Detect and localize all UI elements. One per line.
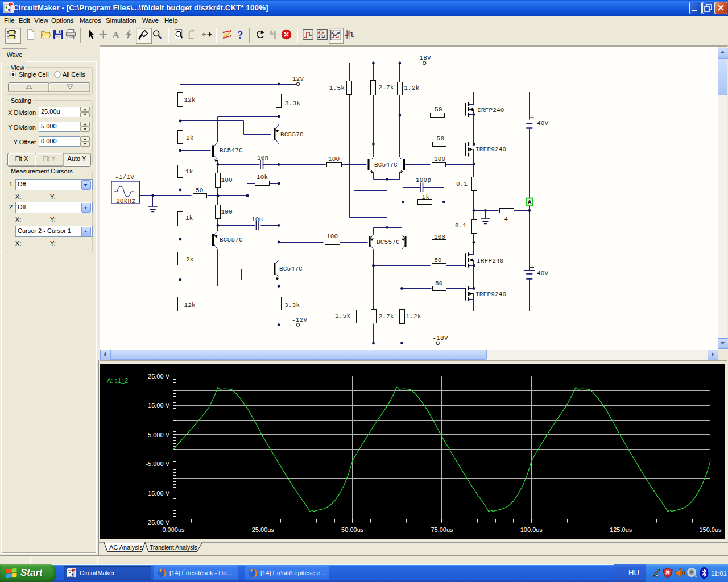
svg-text:1k: 1k (185, 215, 193, 222)
svg-text:150.0us: 150.0us (699, 526, 722, 533)
svg-text:50: 50 (434, 257, 442, 264)
svg-text:50: 50 (437, 135, 445, 142)
svg-text:IRFP240: IRFP240 (477, 257, 504, 264)
svg-text:IRFP9240: IRFP9240 (475, 291, 506, 298)
svg-text:11:01: 11:01 (711, 570, 727, 577)
svg-text:18V: 18V (420, 55, 432, 61)
svg-text:?: ? (238, 29, 243, 41)
svg-text:40V: 40V (537, 120, 549, 127)
svg-text:-25.00 V: -25.00 V (146, 519, 169, 526)
svg-text:IRFP240: IRFP240 (477, 107, 504, 114)
svg-text:100: 100 (221, 209, 233, 215)
svg-text:0.1: 0.1 (456, 181, 468, 188)
svg-text:12k: 12k (184, 97, 196, 103)
svg-text:25.00us: 25.00us (252, 526, 275, 533)
svg-text:12k: 12k (184, 302, 196, 309)
svg-text:100: 100 (434, 156, 445, 163)
svg-text:10n: 10n (251, 216, 263, 223)
svg-text:5.000 V: 5.000 V (148, 431, 170, 438)
svg-text:-5.000 V: -5.000 V (146, 460, 169, 467)
svg-text:Transient Analysis: Transient Analysis (150, 544, 197, 551)
svg-text:100.0us: 100.0us (520, 526, 543, 533)
svg-text:1k: 1k (422, 194, 430, 201)
svg-text:0.1: 0.1 (455, 222, 467, 229)
svg-text:AC Analysis: AC Analysis (109, 544, 143, 551)
svg-text:-15.00 V: -15.00 V (146, 490, 169, 497)
svg-text:1.2k: 1.2k (404, 85, 419, 92)
svg-text:20kHz: 20kHz (116, 198, 135, 205)
svg-text:BC557C: BC557C (220, 236, 243, 243)
svg-text:1k: 1k (185, 168, 193, 175)
svg-text:50: 50 (196, 187, 204, 194)
svg-text:BC547C: BC547C (374, 161, 398, 168)
svg-text:100: 100 (326, 233, 338, 240)
svg-text:A: A (112, 29, 119, 40)
svg-text:25.00 V: 25.00 V (148, 373, 170, 380)
svg-text:2.7k: 2.7k (379, 84, 394, 91)
svg-text:50: 50 (435, 106, 442, 113)
svg-text:40V: 40V (537, 270, 549, 277)
svg-text:-1/1V: -1/1V (115, 174, 134, 181)
svg-text:BC547C: BC547C (279, 265, 303, 272)
svg-text:4: 4 (504, 216, 508, 223)
svg-text:10k: 10k (257, 174, 268, 181)
svg-text:1.2k: 1.2k (406, 313, 421, 320)
svg-text:1.5k: 1.5k (329, 85, 345, 92)
svg-text:BC557C: BC557C (377, 239, 400, 246)
svg-text:75.00us: 75.00us (431, 526, 453, 533)
svg-text:125.0us: 125.0us (610, 526, 632, 533)
svg-text:IRFP9240: IRFP9240 (475, 146, 506, 153)
svg-text:100: 100 (221, 177, 233, 184)
svg-text:2.7k: 2.7k (379, 313, 394, 320)
svg-text:100: 100 (434, 234, 445, 240)
svg-text:A: A (528, 199, 532, 206)
svg-text:50.00us: 50.00us (341, 526, 364, 533)
svg-text:10n: 10n (257, 155, 268, 161)
svg-text:-12V: -12V (292, 317, 307, 323)
svg-text:2k: 2k (186, 256, 194, 263)
svg-text:100: 100 (328, 156, 340, 163)
svg-text:A: c1_2: A: c1_2 (107, 377, 128, 384)
svg-text:50: 50 (435, 280, 443, 287)
svg-text:15.00 V: 15.00 V (148, 402, 170, 409)
svg-text:12V: 12V (292, 76, 304, 82)
svg-text:-18V: -18V (433, 335, 448, 342)
svg-text:BC547C: BC547C (220, 147, 243, 154)
svg-text:100p: 100p (416, 177, 431, 184)
svg-text:2k: 2k (186, 135, 194, 142)
svg-text:1.5k: 1.5k (335, 313, 350, 319)
svg-text:BC557C: BC557C (280, 131, 304, 138)
svg-text:0.000us: 0.000us (162, 526, 185, 533)
svg-text:3.3k: 3.3k (285, 100, 300, 107)
svg-text:3.3k: 3.3k (284, 302, 300, 309)
